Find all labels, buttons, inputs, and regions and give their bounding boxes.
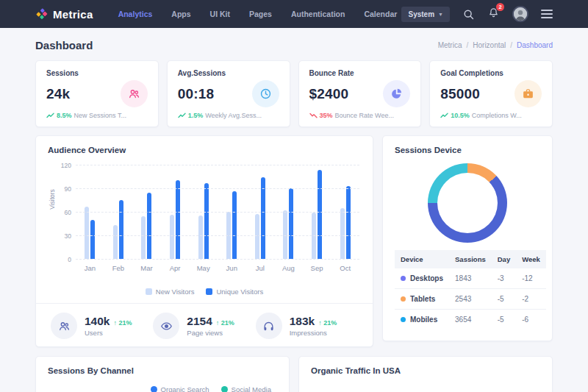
system-dropdown-label: System [408,10,434,18]
breadcrumb-separator: / [466,41,468,49]
breadcrumb-item-metrica[interactable]: Metrica [438,41,462,49]
stat-cards-row: Sessions24k8.5% New Sessions T...Avg.Ses… [0,60,588,127]
page-header: Dashboard Metrica/Horizontal/Dashboard [0,28,588,60]
device-table-header-device: Device [395,250,449,268]
trend-description: Bounce Rate Wee... [335,112,394,119]
bar-unique-visitors [289,188,293,259]
x-tick-label: Aug [282,264,295,272]
y-tick-label: 60 [49,209,71,216]
y-tick-label: 0 [49,256,71,263]
device-table-header-row: DeviceSassionsDayWeek [395,250,546,268]
menu-toggle-icon[interactable] [541,10,553,18]
search-icon[interactable] [462,8,475,21]
breadcrumb-item-horizontal[interactable]: Horizontal [473,41,506,49]
summary-stat-value: 2154 [187,315,212,328]
system-dropdown[interactable]: System ▼ [401,7,450,22]
stat-card-goal-completions: Goal Completions8500010.5% Completions W… [429,60,553,127]
grid-line [76,259,359,260]
notifications-button[interactable]: 2 [487,7,500,22]
channel-legend-social-media[interactable]: Social Media [221,385,271,392]
legend-item-unique-visitors[interactable]: Unique Visitors [206,288,263,296]
bar-unique-visitors [318,170,322,259]
summary-stat-impressions: 183k↑ 21%Impressions [256,313,358,339]
device-name: Desktops [401,274,443,282]
trend-up-icon [46,113,54,118]
audience-summary-stats: 140k↑ 21%Users2154↑ 21%Page views183k↑ 2… [48,304,361,339]
sessions-device-donut-wrap [395,163,540,243]
legend-label: Organic Search [161,385,209,392]
summary-stat-label: Users [85,329,132,337]
bar-new-visitors [113,225,118,259]
legend-swatch [146,288,152,295]
summary-stat-users: 140k↑ 21%Users [51,313,153,339]
bar-unique-visitors [204,183,209,259]
stat-card-trend-text: 8.5% New Sessions T... [46,112,148,119]
sessions-by-channel-card: Sessions By Channel Organic SearchSocial… [35,356,290,392]
chevron-down-icon: ▼ [438,12,443,17]
device-sessions: 2543 [449,289,492,310]
stat-card-value: $2400 [309,86,349,102]
trend-down-icon [309,113,318,118]
breadcrumb-separator: / [510,41,512,49]
nav-item-ui-kit[interactable]: UI Kit [210,10,230,18]
x-tick-label: Jun [226,264,237,272]
x-tick-label: May [197,264,210,272]
device-week: -12 [516,268,546,289]
stat-card-sessions: Sessions24k8.5% New Sessions T... [35,60,159,127]
stat-card-value: 85000 [440,86,480,102]
bar-new-visitors [283,210,287,259]
nav-item-pages[interactable]: Pages [249,10,272,18]
trend-description: Weekly Avg.Sess... [205,112,262,119]
stat-card-value: 00:18 [178,86,215,102]
device-sessions: 1843 [449,268,492,289]
bar-new-visitors [85,207,89,259]
topbar-nav: AnalyticsAppsUI KitPagesAuthenticationCa… [118,10,398,18]
device-label: Tablets [410,295,435,303]
x-tick-label: Oct [340,264,351,272]
main-row: Audience Overview Visitors JanFebMarAprM… [0,127,588,347]
trend-up-icon [178,113,186,118]
trend-percentage: 10.5% [451,112,470,119]
x-tick-label: Apr [170,264,181,272]
device-table: DeviceSassionsDayWeek Desktops1843-3-12T… [395,250,546,329]
grid-line [76,188,359,189]
notification-badge: 2 [496,3,504,11]
grid-line [76,235,359,236]
summary-stat-page-views: 2154↑ 21%Page views [153,313,255,339]
user-avatar[interactable] [512,6,528,22]
bar-unique-visitors [147,193,151,259]
audience-overview-title: Audience Overview [48,146,361,154]
device-table-row-desktops: Desktops1843-3-12 [395,268,546,289]
stat-card-title: Sessions [46,69,148,77]
nav-item-authentication[interactable]: Authentication [291,10,345,18]
legend-dot [151,386,157,392]
summary-stat-label: Page views [187,329,234,337]
pie-chart-icon [390,88,403,100]
donut-hole [437,173,498,233]
device-label: Mobiles [410,316,437,324]
nav-item-analytics[interactable]: Analytics [118,10,153,18]
legend-label: New Visitors [156,288,195,296]
stat-card-trend-text: 10.5% Completions W... [440,112,542,119]
summary-stat-label: Impressions [290,329,337,337]
summary-stat-trend: ↑ 21% [216,319,234,327]
bar-new-visitors [340,208,345,259]
brand-logo[interactable]: Metrica [35,7,93,21]
stat-card-trend-text: 35% Bounce Rate Wee... [309,112,411,119]
nav-item-calendar[interactable]: Calendar [364,10,397,18]
y-tick-label: 90 [49,185,71,193]
sessions-device-donut-chart[interactable] [428,163,507,243]
audience-overview-card: Audience Overview Visitors JanFebMarAprM… [35,135,373,347]
metrica-logo-icon [35,7,49,21]
legend-item-new-visitors[interactable]: New Visitors [146,288,195,296]
device-dot [401,276,406,281]
bar-unique-visitors [176,180,180,259]
device-name: Tablets [401,295,443,303]
nav-item-apps[interactable]: Apps [171,10,190,18]
bar-unique-visitors [232,191,237,259]
x-tick-label: Mar [140,264,152,272]
briefcase-icon [522,88,534,100]
device-sessions: 3654 [449,310,492,330]
topbar-actions: System ▼ 2 [401,6,553,22]
channel-legend-organic-search[interactable]: Organic Search [151,385,209,392]
